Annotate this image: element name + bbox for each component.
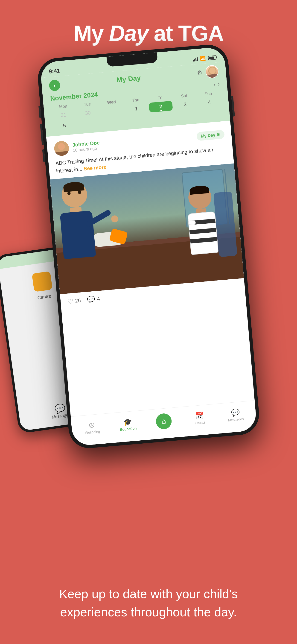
day-name-sun: Sun	[196, 90, 220, 97]
battery-icon	[208, 55, 216, 60]
content-card: Johnie Doe 10 hours ago My Day ☀ ABC Tra…	[46, 121, 248, 343]
day-name-fri: Fri	[148, 95, 172, 102]
nav-item-home[interactable]: ⌂	[145, 412, 182, 430]
post-author-avatar	[54, 140, 70, 156]
back-button[interactable]: ‹	[49, 80, 61, 92]
cal-date-5[interactable]: 5	[52, 120, 76, 132]
wellbeing-label: Wellbeing	[85, 429, 100, 435]
wifi-icon: 📶	[200, 56, 206, 62]
day-name-wed: Wed	[99, 99, 124, 106]
svg-rect-2	[206, 74, 219, 78]
status-icons: 📶	[192, 54, 217, 62]
volume-up-button	[38, 106, 42, 118]
header-right: ⚙	[196, 65, 219, 80]
post-badge: My Day ☀	[196, 130, 225, 141]
cal-date-1[interactable]: 1	[124, 103, 148, 115]
bottom-nav: ☮ Wellbeing 🎓 Education ⌂ 📅 Events	[71, 400, 257, 446]
next-month-button[interactable]: ›	[217, 80, 220, 87]
day-name-tue: Tue	[75, 101, 100, 108]
nav-item-education[interactable]: 🎓 Education	[109, 416, 146, 432]
month-label: November 2024	[50, 91, 98, 102]
events-label: Events	[194, 420, 205, 425]
heart-icon: ♡	[67, 297, 74, 306]
nav-item-wellbeing[interactable]: ☮ Wellbeing	[74, 420, 110, 435]
main-phone: 9:41 📶	[36, 43, 260, 450]
avatar[interactable]	[205, 65, 219, 79]
app-screen-title: My Day	[116, 74, 141, 84]
like-count: 25	[75, 297, 81, 304]
day-name-sat: Sat	[172, 92, 196, 99]
prev-month-button[interactable]: ‹	[214, 81, 216, 88]
wellbeing-icon: ☮	[88, 421, 95, 429]
cal-date-2-active[interactable]: 2	[149, 101, 173, 113]
events-icon: 📅	[195, 411, 204, 420]
cal-date-3[interactable]: 3	[173, 98, 197, 110]
home-button[interactable]: ⌂	[156, 413, 172, 430]
cal-date-31[interactable]: 31	[51, 110, 76, 121]
power-button	[231, 96, 235, 116]
silent-button	[42, 149, 45, 162]
comment-count: 4	[97, 296, 100, 302]
phone-screen: 9:41 📶	[40, 46, 258, 446]
status-time: 9:41	[48, 68, 60, 75]
sun-icon: ☀	[216, 132, 220, 137]
messages-icon: 💬	[231, 408, 240, 417]
home-icon: ⌂	[161, 417, 166, 426]
signal-icon	[192, 57, 198, 62]
day-name-mon: Mon	[51, 103, 76, 110]
calendar-navigation: ‹ ›	[214, 80, 220, 88]
page-title: My Day at TGA	[0, 21, 297, 46]
nav-item-events[interactable]: 📅 Events	[181, 410, 218, 426]
education-icon: 🎓	[123, 418, 132, 426]
comment-button[interactable]: 💬 4	[87, 295, 100, 304]
page-header: My Day at TGA	[0, 0, 297, 46]
cal-date-30[interactable]: 30	[76, 107, 100, 119]
volume-down-button	[40, 124, 44, 145]
tagline-text: Keep up to date with your child's experi…	[28, 585, 269, 621]
filter-icon[interactable]: ⚙	[197, 69, 203, 76]
messages-label: Messages	[228, 417, 244, 422]
page-background: My Day at TGA Centre 💬 Messages	[0, 0, 297, 644]
see-more-link[interactable]: See more	[83, 164, 106, 172]
cal-date-4[interactable]: 4	[197, 96, 222, 108]
svg-rect-5	[54, 151, 70, 156]
comment-icon: 💬	[87, 295, 96, 304]
day-name-thu: Thu	[124, 97, 148, 104]
cal-date-empty	[100, 105, 124, 117]
bottom-tagline: Keep up to date with your child's experi…	[0, 585, 297, 621]
like-button[interactable]: ♡ 25	[67, 297, 81, 306]
education-label: Education	[120, 426, 137, 432]
child-1	[57, 180, 96, 259]
nav-item-messages[interactable]: 💬 Messages	[217, 407, 254, 423]
post-image	[50, 163, 244, 294]
